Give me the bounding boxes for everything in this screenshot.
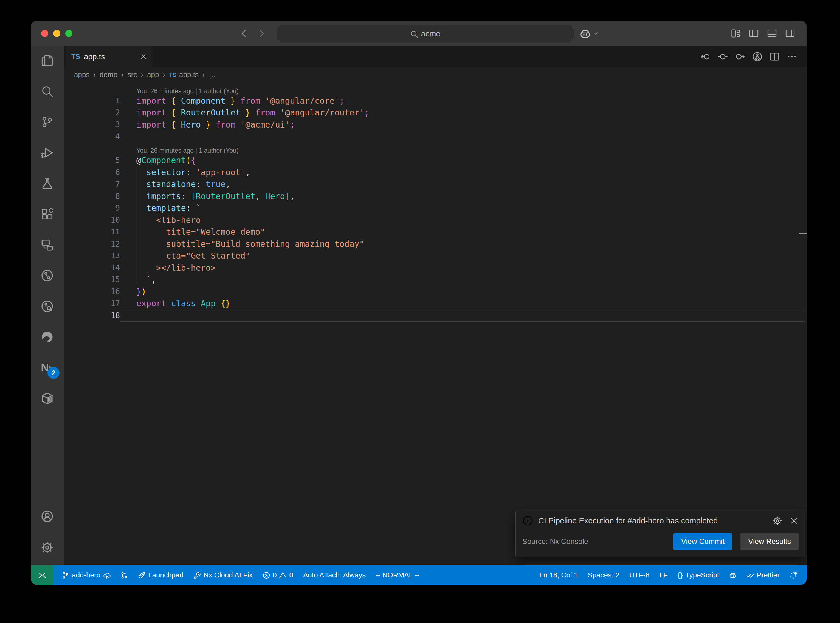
status-nx-cloud-ai-fix[interactable]: Nx Cloud AI Fix bbox=[190, 565, 256, 585]
activity-item-edge-tools[interactable] bbox=[37, 327, 57, 347]
notification-close-icon[interactable] bbox=[789, 516, 799, 525]
notification-title: CI Pipeline Execution for #add-hero has … bbox=[538, 516, 768, 525]
remote-indicator[interactable] bbox=[31, 565, 54, 585]
status-encoding[interactable]: UTF-8 bbox=[626, 565, 653, 585]
navigate-current-button[interactable] bbox=[718, 52, 728, 62]
macos-minimize-button[interactable] bbox=[53, 30, 60, 37]
search-icon bbox=[41, 85, 54, 98]
status-label: Auto Attach: Always bbox=[303, 571, 365, 579]
code-line-10[interactable]: 10 <lib-hero bbox=[64, 214, 807, 226]
customize-layout-button[interactable] bbox=[731, 28, 741, 39]
code-line-9[interactable]: 9 template: ` bbox=[64, 202, 807, 214]
code-line-3[interactable]: 3import { Hero } from '@acme/ui'; bbox=[64, 119, 807, 131]
remote-explorer-icon bbox=[41, 239, 54, 251]
code-line-2[interactable]: 2import { RouterOutlet } from '@angular/… bbox=[64, 107, 807, 119]
status-indentation[interactable]: Spaces: 2 bbox=[584, 565, 623, 585]
activity-item-search[interactable] bbox=[37, 81, 57, 101]
code-line-text: imports: [RouterOutlet, Hero], bbox=[120, 192, 295, 201]
code-line-1[interactable]: 1import { Component } from '@angular/cor… bbox=[64, 95, 807, 107]
more-actions-button[interactable] bbox=[787, 52, 797, 62]
explorer-icon bbox=[41, 54, 54, 67]
debug-icon bbox=[41, 146, 54, 159]
code-line-16[interactable]: 16}) bbox=[64, 286, 807, 298]
code-line-13[interactable]: 13 cta="Get Started" bbox=[64, 250, 807, 262]
line-number: 2 bbox=[64, 108, 120, 117]
copilot-menu[interactable] bbox=[579, 26, 599, 41]
gitlens-graph-button[interactable] bbox=[752, 52, 762, 62]
code-line-6[interactable]: 6 selector: 'app-root', bbox=[64, 166, 807, 178]
split-editor-button[interactable] bbox=[769, 52, 780, 62]
code-line-15[interactable]: 15 `, bbox=[64, 274, 807, 286]
activity-item-nx-console[interactable]: N›2 bbox=[37, 358, 57, 378]
breadcrumb-item-appts[interactable]: TSapp.ts bbox=[169, 71, 199, 79]
command-center-search[interactable]: acme bbox=[276, 26, 574, 42]
copilot-icon bbox=[729, 571, 737, 579]
bell-dot-icon bbox=[789, 571, 797, 579]
code-editor[interactable]: You, 26 minutes ago | 1 author (You)1imp… bbox=[64, 82, 807, 565]
view-commit-button[interactable]: View Commit bbox=[674, 533, 733, 550]
code-line-11[interactable]: 11 title="Welcmoe demo" bbox=[64, 226, 807, 238]
toggle-panel-button[interactable] bbox=[767, 28, 777, 39]
code-line-text: import { RouterOutlet } from '@angular/r… bbox=[120, 108, 369, 117]
activity-item-extensions[interactable] bbox=[37, 204, 57, 224]
breadcrumb-item-more[interactable]: … bbox=[209, 71, 216, 79]
status-notifications-bell[interactable] bbox=[786, 565, 801, 585]
breadcrumb-item-apps[interactable]: apps bbox=[74, 71, 89, 79]
toggle-secondary-sidebar-button[interactable] bbox=[785, 28, 795, 39]
code-line-17[interactable]: 17export class App {} bbox=[64, 298, 807, 310]
code-line-8[interactable]: 8 imports: [RouterOutlet, Hero], bbox=[64, 190, 807, 203]
search-value: acme bbox=[421, 29, 441, 38]
breadcrumb-item-demo[interactable]: demo bbox=[100, 71, 117, 79]
toggle-primary-sidebar-button[interactable] bbox=[749, 28, 759, 39]
activity-item-explorer[interactable] bbox=[37, 51, 57, 71]
code-line-18[interactable]: 18 bbox=[64, 310, 807, 322]
activity-item-accounts[interactable] bbox=[37, 506, 57, 526]
history-back-button[interactable] bbox=[239, 29, 249, 38]
activity-item-gitlens[interactable] bbox=[37, 265, 57, 286]
navigate-forward-button[interactable] bbox=[735, 52, 745, 62]
status-problems[interactable]: 00 bbox=[259, 565, 297, 585]
status-compare-changes[interactable] bbox=[117, 565, 132, 585]
breadcrumb-item-app[interactable]: app bbox=[147, 71, 159, 79]
activity-item-containers[interactable] bbox=[37, 388, 57, 408]
code-line-text: export class App {} bbox=[120, 299, 230, 308]
code-line-14[interactable]: 14 ></lib-hero> bbox=[64, 262, 807, 274]
navigate-back-button[interactable] bbox=[700, 52, 711, 62]
activity-item-run-debug[interactable] bbox=[37, 143, 57, 163]
code-line-4[interactable]: 4 bbox=[64, 130, 807, 143]
code-line-7[interactable]: 7 standalone: true, bbox=[64, 178, 807, 190]
activity-item-testing[interactable] bbox=[37, 173, 57, 193]
line-number: 10 bbox=[64, 216, 120, 225]
status-cursor-position[interactable]: Ln 18, Col 1 bbox=[536, 565, 581, 585]
status-eol[interactable]: LF bbox=[656, 565, 671, 585]
notification-settings-gear-icon[interactable] bbox=[773, 516, 782, 525]
codelens-blame[interactable]: You, 26 minutes ago | 1 author (You) bbox=[136, 147, 239, 154]
status-auto-attach[interactable]: Auto Attach: Always bbox=[299, 565, 369, 585]
code-line-5[interactable]: 5@Component({ bbox=[64, 154, 807, 166]
close-icon[interactable] bbox=[140, 53, 147, 60]
breadcrumb-item-src[interactable]: src bbox=[127, 71, 137, 79]
macos-zoom-button[interactable] bbox=[65, 30, 72, 37]
typescript-file-icon: TS bbox=[71, 53, 80, 61]
code-line-text: template: ` bbox=[120, 203, 201, 213]
status-language-mode[interactable]: {}TypeScript bbox=[674, 565, 723, 585]
breadcrumb-label: src bbox=[127, 71, 137, 79]
activity-item-gitlens-inspect[interactable] bbox=[37, 296, 57, 316]
status-copilot-status[interactable] bbox=[725, 565, 740, 585]
code-line-text: standalone: true, bbox=[120, 180, 230, 189]
activity-item-settings[interactable] bbox=[37, 537, 57, 558]
tab-app-ts[interactable]: TS app.ts bbox=[66, 46, 152, 67]
activity-item-source-control[interactable] bbox=[37, 112, 57, 132]
code-line-12[interactable]: 12 subtitle="Build something amazing tod… bbox=[64, 238, 807, 250]
status-branch-status[interactable]: add-hero bbox=[58, 565, 114, 585]
codelens-blame[interactable]: You, 26 minutes ago | 1 author (You) bbox=[136, 87, 239, 95]
view-results-button[interactable]: View Results bbox=[740, 533, 799, 550]
remote-icon bbox=[38, 571, 47, 580]
status-launchpad[interactable]: Launchpad bbox=[134, 565, 187, 585]
history-forward-button[interactable] bbox=[257, 29, 267, 38]
activity-item-remote-explorer[interactable] bbox=[37, 235, 57, 255]
macos-close-button[interactable] bbox=[41, 30, 48, 37]
status-formatter[interactable]: Prettier bbox=[743, 565, 783, 585]
status-vim-mode[interactable]: -- NORMAL -- bbox=[372, 565, 423, 585]
checks-icon bbox=[746, 571, 754, 579]
